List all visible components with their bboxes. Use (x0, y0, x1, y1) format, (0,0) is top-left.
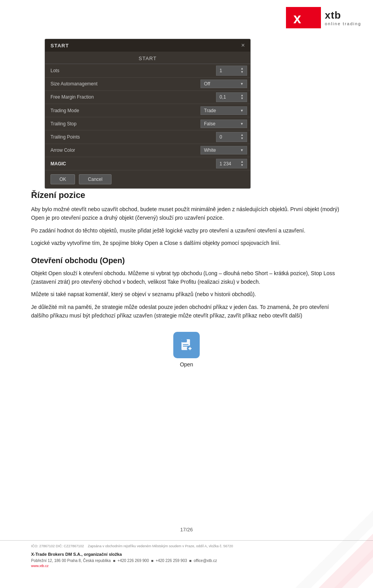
spinner-free-margin-value: 0,1 (220, 94, 226, 100)
spinner-magic-arrows[interactable]: ▲ ▼ (241, 160, 244, 167)
dropdown-trading-mode-value: Trade (204, 108, 216, 113)
svg-text:x: x (293, 10, 301, 26)
spinner-lots-value: 1 (220, 68, 222, 73)
logo-subtitle: online trading (325, 21, 361, 26)
chevron-down-icon-4: ▼ (240, 148, 244, 152)
control-trading-mode: Trade ▼ (123, 105, 250, 116)
spinner-magic-value: 1 234 (220, 161, 231, 167)
label-lots: Lots (45, 66, 123, 76)
dialog-row-magic: MAGIC 1 234 ▲ ▼ (45, 157, 250, 171)
chevron-down-icon-2: ▼ (240, 109, 244, 113)
dialog-row-free-margin: Free Margin Fraction 0,1 ▲ ▼ (45, 91, 250, 104)
dialog-subtitle: START (45, 52, 250, 64)
sub-paragraph-3: Je důležité mít na paměti, že strategie … (31, 303, 342, 320)
chevron-down-icon-3: ▼ (240, 122, 244, 126)
label-size-auto: Size Automanagement (45, 79, 123, 89)
dropdown-size-auto-value: Off (204, 81, 210, 87)
logo-name: xtb (325, 9, 361, 21)
control-arrow-color: White ▼ (123, 144, 250, 156)
dropdown-trailing-stop[interactable]: False ▼ (200, 120, 247, 128)
control-magic: 1 234 ▲ ▼ (123, 157, 250, 170)
label-arrow-color: Arrow Color (45, 145, 123, 155)
spinner-lots[interactable]: 1 ▲ ▼ (216, 66, 247, 76)
paragraph-3: Logické vazby vytvoříme tím, že spojíme … (31, 239, 342, 247)
logo-icon: x (292, 10, 315, 26)
spinner-trailing-points-value: 0 (220, 134, 222, 140)
spinner-lots-down[interactable]: ▼ (241, 71, 244, 74)
logo-area: x xtb online trading (286, 7, 361, 28)
dialog-wrapper: START × START Lots 1 ▲ ▼ Size Automanage… (45, 39, 251, 189)
dropdown-arrow-color[interactable]: White ▼ (200, 146, 247, 154)
dialog-row-lots: Lots 1 ▲ ▼ (45, 64, 250, 78)
sub-paragraph-1: Objekt Open slouží k otevření obchodu. M… (31, 269, 342, 286)
dialog-row-trailing-points: Trailing Points 0 ▲ ▼ (45, 130, 250, 144)
spinner-magic[interactable]: 1 234 ▲ ▼ (216, 159, 247, 169)
subsection-heading: Otevření obchodu (Open) (31, 256, 342, 265)
dialog-row-size-auto: Size Automanagement Off ▼ (45, 78, 250, 91)
dropdown-size-auto[interactable]: Off ▼ (200, 80, 247, 88)
section-heading: Řízení pozice (31, 190, 342, 200)
svg-rect-2 (181, 339, 187, 342)
dialog-close-button[interactable]: × (241, 42, 245, 49)
dialog-buttons: OK Cancel (45, 170, 250, 188)
spinner-lots-arrows[interactable]: ▲ ▼ (241, 67, 244, 74)
dialog: START × START Lots 1 ▲ ▼ Size Automanage… (45, 39, 251, 189)
main-content: Řízení pozice Aby bylo možné otevřít neb… (31, 190, 342, 375)
ok-button[interactable]: OK (51, 174, 75, 184)
control-trailing-stop: False ▼ (123, 118, 250, 130)
spinner-free-margin-arrows[interactable]: ▲ ▼ (241, 94, 244, 101)
label-magic: MAGIC (45, 159, 123, 169)
control-lots: 1 ▲ ▼ (123, 64, 250, 77)
cancel-button[interactable]: Cancel (79, 174, 111, 184)
label-trailing-stop: Trailing Stop (45, 119, 123, 129)
spinner-trailing-points[interactable]: 0 ▲ ▼ (216, 132, 247, 142)
label-trading-mode: Trading Mode (45, 106, 123, 116)
logo-box: x (286, 7, 321, 28)
dropdown-arrow-color-value: White (204, 147, 216, 153)
paragraph-2: Po zadání hodnot do těchto objektů, musí… (31, 226, 342, 235)
open-icon-box (173, 332, 200, 358)
spinner-free-margin-down[interactable]: ▼ (241, 97, 244, 101)
spinner-trailing-points-arrows[interactable]: ▲ ▼ (241, 134, 244, 140)
control-free-margin: 0,1 ▲ ▼ (123, 91, 250, 104)
chevron-down-icon: ▼ (240, 82, 244, 86)
logo-text-col: xtb online trading (325, 9, 361, 26)
dropdown-trading-mode[interactable]: Trade ▼ (200, 106, 247, 115)
open-label: Open (180, 361, 193, 368)
spinner-trailing-points-down[interactable]: ▼ (241, 137, 244, 140)
spinner-magic-down[interactable]: ▼ (241, 164, 244, 167)
dialog-titlebar: START × (45, 39, 250, 52)
dropdown-trailing-stop-value: False (204, 121, 215, 127)
control-size-auto: Off ▼ (123, 78, 250, 90)
dialog-title: START (51, 43, 69, 49)
control-trailing-points: 0 ▲ ▼ (123, 130, 250, 144)
paragraph-1: Aby bylo možné otevřít nebo uzavřít obch… (31, 205, 342, 222)
dialog-row-trailing-stop: Trailing Stop False ▼ (45, 117, 250, 130)
spinner-free-margin[interactable]: 0,1 ▲ ▼ (216, 92, 247, 102)
dialog-row-arrow-color: Arrow Color White ▼ (45, 144, 250, 157)
label-trailing-points: Trailing Points (45, 132, 123, 142)
dialog-row-trading-mode: Trading Mode Trade ▼ (45, 104, 250, 117)
open-icon (179, 338, 194, 352)
deco-shapes (295, 510, 373, 588)
open-icon-area: Open (31, 332, 342, 368)
sub-paragraph-2: Můžete si také napsat komentář, který se… (31, 290, 342, 298)
label-free-margin: Free Margin Fraction (45, 92, 123, 102)
